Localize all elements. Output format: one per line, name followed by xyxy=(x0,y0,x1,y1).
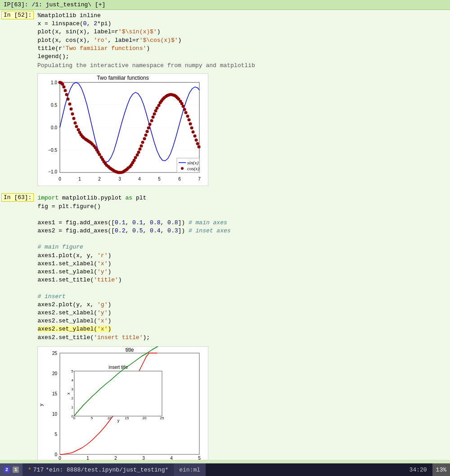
svg-text:0: 0 xyxy=(58,177,61,181)
svg-point-118 xyxy=(198,145,201,149)
status-linecount: 717 xyxy=(33,467,44,473)
svg-point-122 xyxy=(181,167,184,170)
svg-text:20: 20 xyxy=(143,416,147,420)
notebook[interactable]: In [52]: %matplotlib inline x = linspace… xyxy=(0,10,450,460)
status-mode: ein:ml xyxy=(174,463,206,476)
cell-52-pre: %matplotlib inline x = linspace(0, 2*pi)… xyxy=(37,12,446,61)
svg-point-76 xyxy=(137,151,140,154)
svg-point-34 xyxy=(77,128,80,131)
svg-point-112 xyxy=(189,122,192,126)
svg-point-90 xyxy=(158,104,161,107)
status-cell-num2: 1 xyxy=(13,467,19,473)
svg-point-28 xyxy=(68,103,72,106)
svg-point-116 xyxy=(195,139,198,142)
svg-point-80 xyxy=(143,137,146,141)
svg-point-87 xyxy=(153,113,156,116)
status-file-info: * 717 *ein: 8888/test.ipynb/just_testing… xyxy=(22,463,174,476)
status-mode-text: ein:ml xyxy=(179,467,200,473)
svg-text:7: 7 xyxy=(198,177,201,181)
cell-52-input: In [52]: %matplotlib inline x = linspace… xyxy=(1,11,450,62)
cell-52-code[interactable]: %matplotlib inline x = linspace(0, 2*pi)… xyxy=(34,11,450,62)
svg-point-75 xyxy=(136,154,139,157)
cell-52-output: Populating the interactive namespace fro… xyxy=(1,62,450,70)
svg-point-77 xyxy=(139,148,142,151)
status-position: 34:20 xyxy=(404,466,432,474)
plot2-inset-xlabel: y xyxy=(117,418,120,423)
cell-63-input: In [63]: import matplotlib.pyplot as plt… xyxy=(1,193,450,342)
svg-text:5: 5 xyxy=(198,456,201,460)
svg-point-110 xyxy=(186,115,189,118)
svg-text:0: 0 xyxy=(73,416,76,420)
svg-text:15: 15 xyxy=(52,391,58,396)
svg-text:5: 5 xyxy=(54,432,57,437)
svg-text:10: 10 xyxy=(52,412,58,417)
svg-point-32 xyxy=(74,122,77,125)
svg-text:sin(x): sin(x) xyxy=(187,160,198,166)
svg-text:25: 25 xyxy=(52,351,58,356)
plot2-inset-ylabel: x xyxy=(66,392,71,394)
svg-point-83 xyxy=(147,127,150,130)
svg-rect-138 xyxy=(74,371,162,416)
svg-text:3: 3 xyxy=(142,456,145,460)
svg-point-81 xyxy=(144,134,148,137)
svg-point-89 xyxy=(156,107,159,110)
plot2-container: title y x 0 5 10 15 20 25 0 1 xyxy=(37,346,208,460)
svg-text:0: 0 xyxy=(58,456,61,460)
plot2-xlabel: x xyxy=(128,458,131,460)
svg-point-78 xyxy=(140,145,143,148)
status-percent: 13% xyxy=(432,463,450,476)
status-bar: 2 1 * 717 *ein: 8888/test.ipynb/just_tes… xyxy=(0,463,450,476)
svg-text:5: 5 xyxy=(72,369,74,373)
svg-text:2: 2 xyxy=(72,396,74,400)
svg-text:3: 3 xyxy=(72,387,74,391)
svg-point-26 xyxy=(65,93,68,96)
plot1-container: Two familiar functions 1.0 0.5 0.0 −0.5 … xyxy=(37,73,208,188)
svg-point-31 xyxy=(72,117,76,120)
svg-point-30 xyxy=(71,113,74,116)
svg-text:20: 20 xyxy=(52,371,58,376)
svg-text:2: 2 xyxy=(98,177,101,181)
svg-point-109 xyxy=(184,111,188,114)
plot2-title: title xyxy=(126,347,134,353)
svg-text:3: 3 xyxy=(118,177,121,181)
svg-text:cos(x): cos(x) xyxy=(187,166,199,172)
svg-point-84 xyxy=(148,123,152,126)
svg-text:1.0: 1.0 xyxy=(51,80,57,85)
svg-point-23 xyxy=(61,83,64,86)
svg-point-88 xyxy=(154,109,158,113)
plot1-title: Two familiar functions xyxy=(97,75,148,81)
cell-63-label: In [63]: xyxy=(1,193,34,202)
cell-63-pre: import matplotlib.pyplot as plt fig = pl… xyxy=(37,194,446,341)
svg-point-74 xyxy=(134,156,137,159)
svg-point-113 xyxy=(190,127,194,130)
status-modified: * xyxy=(28,467,32,473)
svg-point-29 xyxy=(70,108,73,111)
svg-point-111 xyxy=(188,118,191,122)
svg-point-24 xyxy=(63,86,66,89)
svg-text:4: 4 xyxy=(72,378,74,382)
svg-text:4: 4 xyxy=(138,177,141,181)
title-bar: IP[63]: /1: just_testing\ [+] xyxy=(0,0,450,10)
svg-point-117 xyxy=(196,142,199,145)
svg-point-73 xyxy=(133,159,136,162)
cell-52: In [52]: %matplotlib inline x = linspace… xyxy=(0,10,450,192)
svg-text:10: 10 xyxy=(108,416,112,420)
status-filename: *ein: 8888/test.ipynb/just_testing* xyxy=(45,467,168,473)
plot2-svg: title y x 0 5 10 15 20 25 0 1 xyxy=(37,346,208,460)
svg-text:2: 2 xyxy=(114,456,117,460)
svg-point-25 xyxy=(64,89,67,92)
svg-point-85 xyxy=(150,119,153,122)
svg-text:1: 1 xyxy=(78,177,81,181)
cell-63-code[interactable]: import matplotlib.pyplot as plt fig = pl… xyxy=(34,193,450,342)
svg-point-33 xyxy=(75,125,78,128)
svg-point-106 xyxy=(180,102,184,105)
svg-point-49 xyxy=(98,153,101,156)
title-text: IP[63]: /1: just_testing\ [+] xyxy=(4,1,105,8)
svg-text:25: 25 xyxy=(160,416,164,420)
svg-text:0: 0 xyxy=(54,452,57,457)
svg-text:1: 1 xyxy=(72,405,74,409)
svg-text:0.0: 0.0 xyxy=(51,125,57,130)
status-cell-numbers: 2 1 xyxy=(0,463,22,476)
plot2-ylabel: y xyxy=(38,403,44,406)
svg-point-27 xyxy=(67,98,70,101)
